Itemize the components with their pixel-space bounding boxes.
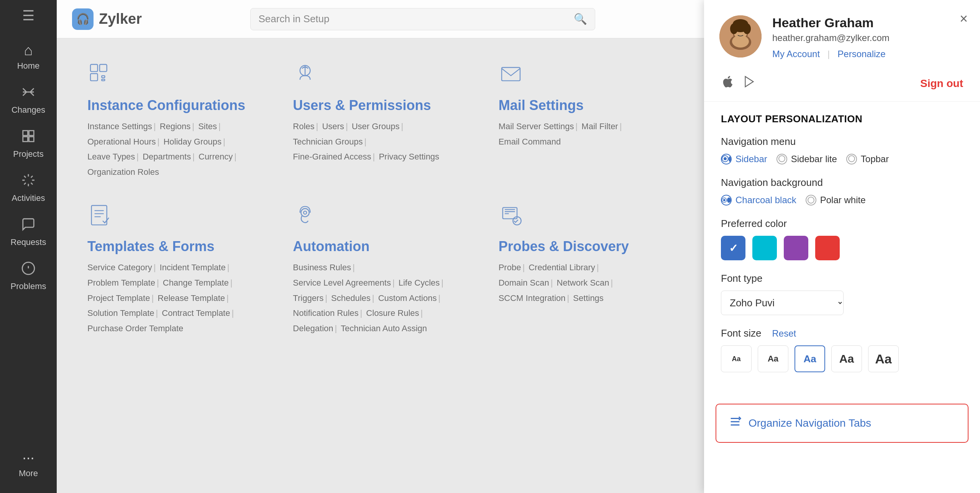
link-sccm[interactable]: SCCM Integration [499, 293, 566, 303]
link-currency[interactable]: Currency [199, 152, 233, 161]
personalize-link[interactable]: Personalize [837, 49, 885, 59]
link-release[interactable]: Release Template [158, 293, 225, 303]
link-technician-auto[interactable]: Technician Auto Assign [341, 324, 427, 333]
link-contract[interactable]: Contract Template [162, 308, 230, 318]
nav-topbar-option[interactable]: Topbar [846, 154, 889, 164]
link-users[interactable]: Users [322, 122, 344, 131]
organize-nav-button[interactable]: Organize Navigation Tabs [716, 404, 969, 443]
link-user-groups[interactable]: User Groups [352, 122, 400, 131]
link-probe[interactable]: Probe [499, 263, 521, 272]
users-title[interactable]: Users & Permissions [293, 97, 468, 113]
link-network-scan[interactable]: Network Scan [557, 278, 609, 288]
sidebar-item-more[interactable]: ··· More [0, 443, 57, 485]
link-custom-actions[interactable]: Custom Actions [378, 293, 437, 303]
link-privacy[interactable]: Privacy Settings [379, 152, 439, 161]
link-problem[interactable]: Problem Template [87, 278, 155, 288]
link-credential-library[interactable]: Credential Library [529, 263, 595, 272]
link-operational-hours[interactable]: Operational Hours [87, 137, 156, 146]
font-size-reset[interactable]: Reset [772, 328, 796, 339]
menu-icon[interactable]: ☰ [22, 8, 34, 24]
nav-polar-option[interactable]: Polar white [806, 195, 866, 205]
link-holiday-groups[interactable]: Holiday Groups [163, 137, 222, 146]
platform-row: Sign out [704, 71, 980, 102]
link-regions[interactable]: Regions [160, 122, 191, 131]
nav-sidebar-radio[interactable] [721, 154, 732, 164]
link-fine-grained[interactable]: Fine-Grained Access [293, 152, 371, 161]
user-info-section: Heather Graham heather.graham@zylker.com… [704, 0, 980, 71]
setup-section-templates: Templates & Forms Service Category| Inci… [87, 202, 262, 336]
color-blue[interactable] [721, 236, 745, 260]
uncheck-icon2 [848, 154, 855, 164]
svg-point-31 [849, 156, 855, 162]
link-leave-types[interactable]: Leave Types [87, 152, 135, 161]
sidebar-item-projects[interactable]: Projects [0, 122, 57, 166]
play-icon[interactable] [742, 75, 756, 92]
color-teal[interactable] [752, 236, 777, 260]
link-solution[interactable]: Solution Template [87, 308, 154, 318]
activities-icon [21, 173, 36, 191]
close-button[interactable]: × [960, 11, 968, 27]
link-project-template[interactable]: Project Template [87, 293, 150, 303]
font-size-xs[interactable]: Aa [721, 345, 752, 372]
probes-title[interactable]: Probes & Discovery [499, 238, 673, 255]
probes-icon [499, 202, 673, 232]
link-business-rules[interactable]: Business Rules [293, 263, 351, 272]
apple-icon[interactable] [721, 75, 735, 92]
link-notification-rules[interactable]: Notification Rules [293, 308, 358, 318]
link-triggers[interactable]: Triggers [293, 293, 323, 303]
font-size-md[interactable]: Aa [795, 345, 825, 372]
link-delegation[interactable]: Delegation [293, 324, 333, 333]
main-content: 🎧 Zylker 🔍 Instance Configurations Insta… [57, 0, 704, 493]
mail-title[interactable]: Mail Settings [499, 97, 673, 113]
link-mail-filter[interactable]: Mail Filter [581, 122, 618, 131]
font-size-sm[interactable]: Aa [758, 345, 788, 372]
nav-polar-radio[interactable] [806, 195, 816, 205]
search-input[interactable] [258, 13, 574, 25]
nav-charcoal-radio[interactable] [721, 195, 732, 205]
platform-icons [721, 75, 756, 92]
link-incident[interactable]: Incident Template [160, 263, 226, 272]
font-size-xl[interactable]: Aa [868, 345, 899, 372]
my-account-link[interactable]: My Account [772, 49, 820, 59]
instance-title[interactable]: Instance Configurations [87, 97, 262, 113]
svg-point-21 [732, 35, 749, 48]
font-type-select[interactable]: Zoho Puvi Arial Roboto Open Sans [721, 291, 844, 315]
link-org-roles[interactable]: Organization Roles [87, 167, 159, 177]
link-instance-settings[interactable]: Instance Settings [87, 122, 152, 131]
link-schedules[interactable]: Schedules [331, 293, 371, 303]
color-purple[interactable] [784, 236, 808, 260]
nav-sidebar-lite-option[interactable]: Sidebar lite [776, 154, 837, 164]
nav-sidebar-option[interactable]: Sidebar [721, 154, 767, 164]
nav-topbar-radio[interactable] [846, 154, 857, 164]
automation-title[interactable]: Automation [293, 238, 468, 255]
link-divider: | [827, 49, 830, 59]
link-domain-scan[interactable]: Domain Scan [499, 278, 549, 288]
link-change[interactable]: Change Template [163, 278, 229, 288]
link-settings[interactable]: Settings [573, 293, 604, 303]
nav-sidebar-lite-radio[interactable] [776, 154, 787, 164]
link-departments[interactable]: Departments [143, 152, 191, 161]
link-closure-rules[interactable]: Closure Rules [366, 308, 419, 318]
link-roles[interactable]: Roles [293, 122, 314, 131]
sidebar-item-activities[interactable]: Activities [0, 166, 57, 210]
sidebar-item-problems[interactable]: Problems [0, 254, 57, 298]
sidebar-item-requests[interactable]: Requests [0, 210, 57, 254]
search-bar[interactable]: 🔍 [250, 8, 595, 30]
link-email-command[interactable]: Email Command [499, 137, 561, 146]
color-red[interactable] [815, 236, 840, 260]
link-mail-server[interactable]: Mail Server Settings [499, 122, 574, 131]
link-service-cat[interactable]: Service Category [87, 263, 152, 272]
link-sites[interactable]: Sites [198, 122, 217, 131]
sidebar-item-changes[interactable]: Changes [0, 78, 57, 122]
link-sla[interactable]: Service Level Agreements [293, 278, 391, 288]
sidebar-item-home[interactable]: ⌂ Home [0, 35, 57, 78]
mail-icon [499, 61, 673, 91]
font-size-lg[interactable]: Aa [831, 345, 862, 372]
link-purchase[interactable]: Purchase Order Template [87, 324, 183, 333]
main-header: 🎧 Zylker 🔍 [57, 0, 704, 38]
link-lifecycles[interactable]: Life Cycles [399, 278, 440, 288]
nav-charcoal-option[interactable]: Charcoal black [721, 195, 796, 205]
sign-out-button[interactable]: Sign out [920, 77, 963, 90]
templates-title[interactable]: Templates & Forms [87, 238, 262, 255]
link-technician-groups[interactable]: Technician Groups [293, 137, 363, 146]
